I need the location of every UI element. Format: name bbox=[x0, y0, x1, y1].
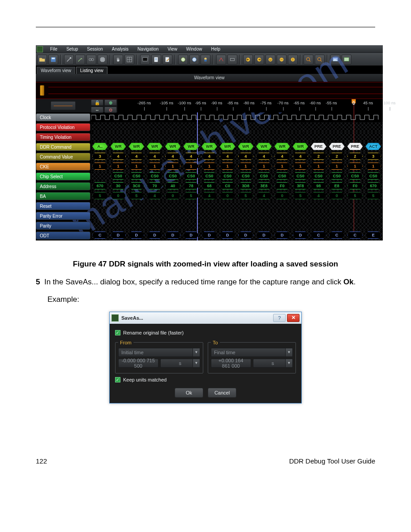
bus-cell: CS0 bbox=[183, 172, 199, 180]
to-value-input[interactable]: +0.000 164 861 000 bbox=[211, 359, 251, 368]
ruler-tick: -65 ns bbox=[293, 101, 304, 105]
bus-cell: 3D8 bbox=[238, 182, 254, 189]
help-button[interactable]: ? bbox=[273, 314, 286, 322]
tab-listing[interactable]: Listing view bbox=[76, 67, 107, 74]
signal-lane[interactable] bbox=[91, 132, 383, 142]
screen-icon[interactable] bbox=[140, 55, 150, 64]
bus-cell: 2 bbox=[311, 153, 326, 160]
signal-lane[interactable] bbox=[91, 211, 383, 221]
signal-label[interactable]: Address bbox=[36, 182, 90, 190]
range-button[interactable] bbox=[36, 99, 90, 112]
doc-icon[interactable] bbox=[151, 55, 161, 64]
signal-lane[interactable] bbox=[91, 201, 383, 211]
signal-lane[interactable]: 3444444444442223 bbox=[91, 152, 383, 162]
probe-icon[interactable] bbox=[75, 55, 85, 64]
dialog-app-icon bbox=[111, 314, 119, 322]
menu-setup[interactable]: Setup bbox=[62, 45, 82, 53]
signal-label[interactable]: BA bbox=[36, 192, 90, 200]
ctrl-lock-icon[interactable]: 🔒 bbox=[91, 99, 103, 106]
nav2-icon[interactable] bbox=[254, 55, 264, 64]
signal-label[interactable]: ODT bbox=[36, 232, 90, 240]
signal-label[interactable]: Parity Error bbox=[36, 212, 90, 220]
signal-lane[interactable]: 5054054054054055 bbox=[91, 191, 383, 201]
ok-button[interactable]: Ok bbox=[175, 388, 203, 398]
bus-cell: 4 bbox=[256, 192, 272, 199]
find2-icon[interactable] bbox=[315, 55, 325, 64]
svg-rect-23 bbox=[344, 58, 349, 61]
find1-icon[interactable] bbox=[304, 55, 313, 64]
overview-track[interactable] bbox=[36, 82, 383, 99]
bus-cell: E8 bbox=[329, 182, 345, 189]
bus-cell: 4 bbox=[220, 153, 235, 160]
nav3-icon[interactable]: M bbox=[265, 55, 275, 64]
link-icon[interactable] bbox=[86, 55, 96, 64]
tool-icon[interactable] bbox=[64, 55, 74, 64]
toolbar: M bbox=[36, 53, 383, 66]
to-mode-select[interactable]: Final time▼ bbox=[211, 348, 293, 357]
stop-icon[interactable] bbox=[98, 55, 107, 64]
from-mode-select[interactable]: Initial time▼ bbox=[118, 348, 200, 357]
signal-lane[interactable] bbox=[91, 122, 383, 132]
save-icon[interactable] bbox=[48, 55, 58, 64]
bus-cell: 4 bbox=[183, 153, 199, 160]
signal-lane[interactable] bbox=[91, 221, 383, 231]
signal-label[interactable]: Protocol Violation bbox=[36, 123, 90, 131]
signal-lane[interactable]: 1111111111111111 bbox=[91, 162, 383, 172]
menu-session[interactable]: Session bbox=[82, 45, 107, 53]
bus-cell: D bbox=[256, 232, 272, 239]
close-button[interactable]: ✕ bbox=[287, 314, 300, 322]
ctrl-zoomin-icon[interactable]: ⊕ bbox=[104, 99, 117, 106]
from-value-input[interactable]: -0.000 000 715 500 bbox=[118, 359, 158, 368]
bus-cell: WR bbox=[201, 143, 217, 150]
signal-label[interactable]: Reset bbox=[36, 202, 90, 210]
win2-icon[interactable] bbox=[342, 55, 351, 64]
signal-label[interactable]: Parity bbox=[36, 222, 90, 230]
menu-file[interactable]: File bbox=[46, 45, 62, 53]
hand-icon[interactable] bbox=[113, 55, 123, 64]
signal-label[interactable]: DDR Command bbox=[36, 143, 90, 151]
grid-icon[interactable] bbox=[124, 55, 134, 64]
open-icon[interactable] bbox=[37, 55, 47, 64]
menu-view[interactable]: View bbox=[163, 45, 182, 53]
signal-lane[interactable]: CDDDDDDDDDDDCCCE bbox=[91, 231, 383, 240]
signal-lane[interactable]: CS0CS0CS0CS0CS0CS0CS0CS0CS0CS0CS0CS0CS0C… bbox=[91, 172, 383, 181]
a4-icon[interactable] bbox=[216, 55, 226, 64]
overview-handle-icon[interactable] bbox=[36, 82, 48, 99]
win1-icon[interactable] bbox=[330, 55, 340, 64]
rename-checkbox[interactable]: ✓ Rename original file (faster) bbox=[115, 330, 296, 335]
svg-point-2 bbox=[89, 58, 91, 60]
nav1-icon[interactable] bbox=[243, 55, 253, 64]
signal-label[interactable]: Chip Select bbox=[36, 172, 90, 180]
keep-units-checkbox[interactable]: ✓ Keep units matched bbox=[115, 377, 296, 382]
signal-lane[interactable]: 670303C070407868C03D83E8F03F898E8F0670 bbox=[91, 181, 383, 191]
ctrl-zoomout-icon[interactable]: ⊖ bbox=[104, 107, 117, 113]
signal-lane[interactable] bbox=[91, 112, 383, 122]
menu-analysis[interactable]: Analysis bbox=[107, 45, 133, 53]
a5-icon[interactable] bbox=[227, 55, 237, 64]
a2-icon[interactable] bbox=[189, 55, 199, 64]
signal-label[interactable]: Clock bbox=[36, 113, 90, 121]
edit-icon[interactable] bbox=[163, 55, 172, 64]
nav4-icon[interactable] bbox=[277, 55, 287, 64]
bus-cell: 5 bbox=[92, 192, 108, 199]
menu-help[interactable]: Help bbox=[206, 45, 225, 53]
ctrl-pan-icon[interactable]: ↔ bbox=[91, 107, 103, 113]
dialog-title: SaveAs... bbox=[121, 315, 272, 321]
signal-label[interactable]: Command Value bbox=[36, 153, 90, 161]
nav5-icon[interactable] bbox=[288, 55, 298, 64]
from-unit-select[interactable]: s▼ bbox=[160, 359, 201, 368]
menu-navigation[interactable]: Navigation bbox=[133, 45, 163, 53]
tab-waveform[interactable]: Waveform view bbox=[37, 67, 75, 74]
signal-label[interactable]: Timing Violation bbox=[36, 133, 90, 141]
a1-icon[interactable] bbox=[178, 55, 188, 64]
to-unit-select[interactable]: s▼ bbox=[253, 359, 293, 368]
cancel-button[interactable]: Cancel bbox=[208, 388, 236, 398]
bus-cell: 4 bbox=[238, 153, 254, 160]
signal-label[interactable]: CKE bbox=[36, 163, 90, 171]
row-ddrcmd: DDR CommandA..WRWRWRWRWRWRWRWRWRWRWRPREP… bbox=[36, 142, 383, 152]
a3-icon[interactable] bbox=[201, 55, 210, 64]
menu-window[interactable]: Window bbox=[182, 45, 207, 53]
bus-cell: 1 bbox=[347, 163, 363, 170]
dialog-titlebar[interactable]: SaveAs... ? ✕ bbox=[110, 312, 301, 324]
signal-lane[interactable]: A..WRWRWRWRWRWRWRWRWRWRWRPREPREPREACT bbox=[91, 142, 383, 152]
